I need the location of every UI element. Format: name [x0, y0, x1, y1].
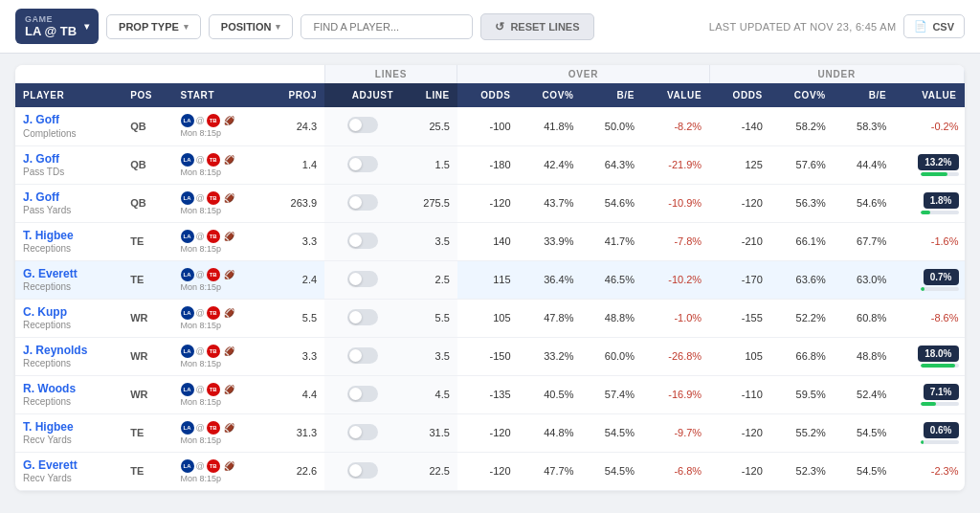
over-cov-cell: 47.7% — [519, 452, 582, 490]
adjust-toggle[interactable] — [347, 271, 378, 287]
adjust-cell[interactable] — [324, 299, 401, 337]
group-header-row: LINES OVER UNDER — [15, 65, 965, 83]
adjust-toggle[interactable] — [347, 156, 378, 172]
lightning-icon: @ — [196, 385, 205, 394]
pos-cell: TE — [122, 413, 172, 452]
col-under-cov: COV% — [770, 83, 834, 107]
under-be-cell: 54.5% — [834, 452, 895, 490]
game-selector[interactable]: GAME LA @ TB ▾ — [15, 9, 99, 44]
adjust-toggle[interactable] — [347, 233, 378, 249]
line-cell: 3.5 — [401, 337, 457, 375]
over-odds-cell: 140 — [457, 222, 519, 260]
adjust-cell[interactable] — [324, 145, 401, 184]
tb-icon: TB — [207, 421, 220, 435]
position-filter[interactable]: POSITION ▾ — [209, 14, 294, 39]
player-name[interactable]: J. Goff — [23, 113, 115, 128]
under-value-cell: 18.0% — [894, 337, 964, 375]
adjust-cell[interactable] — [324, 184, 401, 222]
under-value-cell: 1.8% — [894, 184, 964, 222]
la-icon: LA — [181, 383, 194, 396]
player-stat: Receptions — [23, 243, 115, 254]
player-stat: Pass TDs — [23, 167, 115, 177]
col-line: LINE — [401, 83, 457, 107]
adjust-toggle[interactable] — [347, 194, 378, 211]
proj-cell: 1.4 — [266, 145, 324, 184]
adjust-toggle[interactable] — [347, 347, 378, 364]
over-odds-cell: -120 — [457, 413, 519, 452]
table-row: T. Higbee Receptions TE LA @ TB 🏈 Mon 8:… — [15, 222, 965, 260]
over-group-header: OVER — [457, 65, 709, 83]
player-name[interactable]: T. Higbee — [23, 229, 115, 244]
over-value-cell: -26.8% — [642, 337, 709, 375]
under-cov-cell: 52.2% — [770, 299, 834, 337]
la-icon: LA — [181, 421, 194, 435]
la-icon: LA — [181, 459, 194, 473]
line-cell: 1.5 — [401, 145, 457, 184]
table-row: G. Everett Recv Yards TE LA @ TB 🏈 Mon 8… — [15, 452, 965, 490]
adjust-toggle[interactable] — [347, 462, 378, 479]
over-value-cell: -8.2% — [642, 107, 709, 145]
lightning-icon: @ — [196, 116, 205, 125]
over-cov-cell: 36.4% — [519, 260, 582, 299]
chevron-down-icon: ▾ — [84, 21, 89, 32]
over-cov-cell: 44.8% — [519, 413, 582, 452]
player-cell: J. Goff Pass Yards — [15, 184, 122, 222]
search-input[interactable] — [301, 14, 473, 39]
player-name[interactable]: G. Everett — [23, 267, 115, 282]
over-be-cell: 54.5% — [581, 452, 642, 490]
under-be-cell: 48.8% — [834, 337, 895, 375]
player-cell: J. Goff Completions — [15, 107, 122, 145]
under-cov-cell: 56.3% — [770, 184, 834, 222]
start-cell: LA @ TB 🏈 Mon 8:15p — [173, 375, 266, 413]
over-be-cell: 54.6% — [581, 184, 642, 222]
line-cell: 4.5 — [401, 375, 457, 413]
col-over-be: B/E — [581, 83, 642, 107]
tb-icon: TB — [207, 459, 220, 473]
under-be-cell: 44.4% — [834, 145, 895, 184]
over-odds-cell: -135 — [457, 375, 519, 413]
player-name[interactable]: G. Everett — [23, 458, 115, 474]
under-cov-cell: 66.8% — [770, 337, 834, 375]
player-name[interactable]: C. Kupp — [23, 305, 115, 321]
under-value-cell: 13.2% — [894, 145, 964, 184]
reset-label: RESET LINES — [510, 21, 579, 33]
adjust-cell[interactable] — [324, 260, 401, 299]
under-group-header: UNDER — [709, 65, 964, 83]
game-time: Mon 8:15p — [181, 359, 258, 368]
adjust-cell[interactable] — [324, 107, 401, 145]
proj-cell: 3.3 — [266, 337, 324, 375]
player-name[interactable]: J. Goff — [23, 152, 115, 167]
over-cov-cell: 43.7% — [519, 184, 582, 222]
adjust-toggle[interactable] — [347, 386, 378, 402]
chevron-down-icon: ▾ — [276, 22, 280, 32]
col-over-odds: ODDS — [457, 83, 519, 107]
adjust-toggle[interactable] — [347, 424, 378, 440]
player-name[interactable]: T. Higbee — [23, 420, 115, 435]
col-adjust: ADJUST — [324, 83, 401, 107]
game-time: Mon 8:15p — [181, 167, 258, 177]
line-cell: 2.5 — [401, 260, 457, 299]
over-value-cell: -7.8% — [642, 222, 709, 260]
adjust-toggle[interactable] — [347, 309, 378, 325]
player-name[interactable]: J. Reynolds — [23, 344, 115, 359]
adjust-toggle[interactable] — [347, 117, 378, 133]
adjust-cell[interactable] — [324, 337, 401, 375]
adjust-cell[interactable] — [324, 222, 401, 260]
prop-type-filter[interactable]: PROP TYPE ▾ — [106, 14, 201, 39]
under-odds-cell: -210 — [709, 222, 770, 260]
under-value-cell: 7.1% — [894, 375, 964, 413]
adjust-cell[interactable] — [324, 452, 401, 490]
player-stat: Recv Yards — [23, 473, 115, 483]
player-name[interactable]: J. Goff — [23, 190, 115, 206]
csv-button[interactable]: 📄 CSV — [903, 14, 965, 38]
col-under-be: B/E — [834, 83, 895, 107]
adjust-cell[interactable] — [324, 413, 401, 452]
game-time: Mon 8:15p — [181, 321, 258, 330]
under-cov-cell: 52.3% — [770, 452, 834, 490]
pos-cell: WR — [122, 375, 172, 413]
adjust-cell[interactable] — [324, 375, 401, 413]
la-icon: LA — [181, 230, 194, 243]
player-name[interactable]: R. Woods — [23, 382, 115, 397]
under-cov-cell: 66.1% — [770, 222, 834, 260]
reset-lines-button[interactable]: ↺ RESET LINES — [480, 13, 593, 40]
